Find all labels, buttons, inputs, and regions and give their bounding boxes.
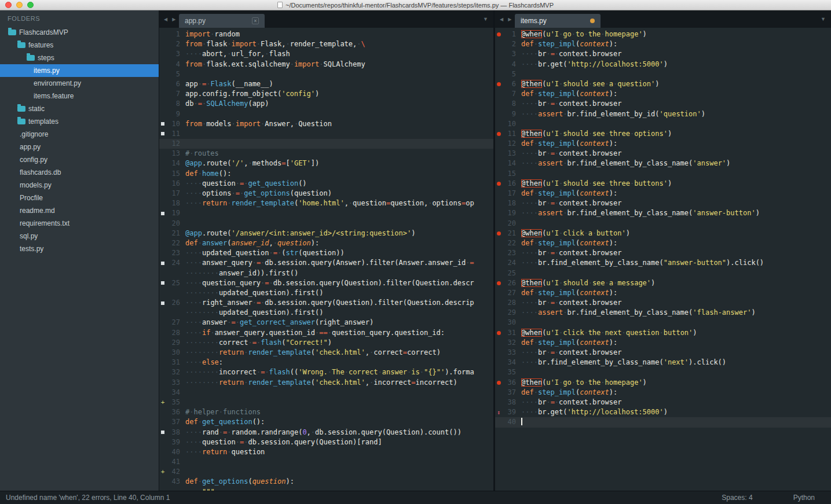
- code-line[interactable]: 13····br·=·context.browser: [495, 149, 831, 159]
- code-line[interactable]: 25: [495, 268, 831, 278]
- code-line[interactable]: 17def·step_impl(context):: [495, 189, 831, 198]
- code-line[interactable]: 8····br·=·context.browser: [495, 99, 831, 109]
- code-line[interactable]: 34: [159, 388, 493, 398]
- sidebar-folder-steps[interactable]: steps: [0, 51, 159, 64]
- code-line[interactable]: 14····assert·br.find_element_by_class_na…: [495, 159, 831, 168]
- code-line[interactable]: 1@when(u'I·go·to·the·homepage'): [495, 30, 831, 39]
- sidebar-file--gitignore[interactable]: .gitignore: [0, 128, 159, 141]
- sidebar-file-requirements-txt[interactable]: requirements.txt: [0, 217, 159, 230]
- code-line[interactable]: 41: [159, 457, 493, 467]
- code-line[interactable]: 26····right_answer·=·db.session.query(Qu…: [159, 298, 493, 308]
- code-line[interactable]: 18····return·render_template('home.html'…: [159, 198, 493, 208]
- code-line[interactable]: 14@app.route('/',·methods=['GET']): [159, 159, 493, 168]
- tab-next-icon[interactable]: ▶: [171, 16, 177, 23]
- code-line[interactable]: +42: [159, 467, 493, 477]
- sidebar-folder-FlashcardsMVP[interactable]: FlashcardsMVP: [0, 26, 159, 39]
- tab-app-py[interactable]: app.py ×: [179, 14, 265, 28]
- code-line[interactable]: 10from·models·import·Answer,·Question: [159, 119, 493, 129]
- code-line[interactable]: 43def·get_options(question):: [159, 477, 493, 487]
- sidebar-folder-templates[interactable]: templates: [0, 115, 159, 128]
- tab-list-dropdown-icon[interactable]: ▼: [821, 16, 826, 22]
- code-line[interactable]: 21@when(u'I·click·a·button'): [495, 229, 831, 238]
- code-line[interactable]: 21@app.route('/answer/<int:answer_id>/<s…: [159, 229, 493, 238]
- sidebar-file-environment-py[interactable]: environment.py: [0, 77, 159, 90]
- sidebar-file-tests-py[interactable]: tests.py: [0, 242, 159, 255]
- code-line[interactable]: 19····assert·br.find_element_by_class_na…: [495, 208, 831, 218]
- code-line[interactable]: 31····else:: [159, 358, 493, 367]
- sidebar-file-config-py[interactable]: config.py: [0, 153, 159, 166]
- code-line[interactable]: 38····br·=·context.browser: [495, 398, 831, 407]
- code-line[interactable]: 2def·step_impl(context):: [495, 39, 831, 49]
- code-line[interactable]: 31@when(u'I·click·the·next·question·butt…: [495, 328, 831, 338]
- code-line[interactable]: 34····br.find_element_by_class_name('nex…: [495, 358, 831, 367]
- tab-prev-icon[interactable]: ◀: [499, 16, 504, 23]
- code-line[interactable]: 16@then(u'I·should·see·three·buttons'): [495, 179, 831, 189]
- code-line[interactable]: ········answer_id)).first(): [159, 268, 493, 278]
- code-line[interactable]: 33········return·render_template('check.…: [159, 378, 493, 388]
- code-line[interactable]: 24····br.find_element_by_class_name("ans…: [495, 258, 831, 268]
- code-line[interactable]: 7app.config.from_object('config'): [159, 89, 493, 99]
- sidebar-file-readme-md[interactable]: readme.md: [0, 204, 159, 217]
- code-line[interactable]: 33····br·=·context.browser: [495, 348, 831, 358]
- sidebar-folder-static[interactable]: static: [0, 102, 159, 115]
- code-line[interactable]: 6app·=·Flask(__name__): [159, 79, 493, 89]
- code-line[interactable]: 19: [159, 208, 493, 218]
- minimize-window-button[interactable]: [16, 2, 23, 8]
- code-line[interactable]: 32········incorrect·=·flash(('Wrong.·The…: [159, 367, 493, 377]
- code-line[interactable]: 26@then(u'I·should·see·a·message'): [495, 278, 831, 288]
- zoom-window-button[interactable]: [27, 2, 34, 8]
- sidebar-folder-features[interactable]: features: [0, 39, 159, 51]
- code-line[interactable]: 27def·step_impl(context):: [495, 288, 831, 298]
- code-line[interactable]: 20: [159, 219, 493, 229]
- code-line[interactable]: 3····br·=·context.browser: [495, 49, 831, 59]
- code-line[interactable]: 12def·step_impl(context):: [495, 139, 831, 149]
- code-line[interactable]: 36@then(u'I·go·to·the·homepage'): [495, 378, 831, 388]
- sidebar-file-sql-py[interactable]: sql.py: [0, 230, 159, 242]
- code-line[interactable]: 4····br.get('http://localhost:5000'): [495, 60, 831, 69]
- code-line[interactable]: 24····answer_query·=·db.session.query(An…: [159, 258, 493, 268]
- code-line[interactable]: ↕39····br.get('http://localhost:5000'): [495, 407, 831, 417]
- code-line[interactable]: 25····question_query·=·db.session.query(…: [159, 278, 493, 288]
- sidebar-file-app-py[interactable]: app.py: [0, 141, 159, 153]
- code-line[interactable]: 36#·helper·functions: [159, 407, 493, 417]
- code-line[interactable]: 30········return·render_template('check.…: [159, 348, 493, 358]
- code-line[interactable]: ········updated_question).first(): [159, 288, 493, 298]
- code-line[interactable]: 28····br·=·context.browser: [495, 298, 831, 308]
- code-line[interactable]: 17····options·=·get_options(question): [159, 189, 493, 198]
- code-line[interactable]: 23····br·=·context.browser: [495, 248, 831, 258]
- code-line[interactable]: 35: [495, 367, 831, 377]
- code-line[interactable]: 4from·flask.ext.sqlalchemy·import·SQLAlc…: [159, 60, 493, 69]
- tab-list-dropdown-icon[interactable]: ▼: [483, 16, 488, 22]
- code-line[interactable]: 16····question·=·get_question(): [159, 179, 493, 189]
- close-window-button[interactable]: [5, 2, 12, 8]
- code-line[interactable]: 2from·flask·import·Flask,·render_templat…: [159, 39, 493, 49]
- code-line[interactable]: 10: [495, 119, 831, 129]
- code-line[interactable]: 15: [495, 169, 831, 179]
- code-line[interactable]: +35: [159, 398, 493, 407]
- code-line[interactable]: 6@then(u'I·should·see·a·question'): [495, 79, 831, 89]
- code-line[interactable]: 7def·step_impl(context):: [495, 89, 831, 99]
- code-line[interactable]: 5: [159, 69, 493, 79]
- code-line[interactable]: 9····assert·br.find_element_by_id('quest…: [495, 109, 831, 119]
- sidebar-file-flashcards-db[interactable]: flashcards.db: [0, 166, 159, 179]
- sidebar-file-models-py[interactable]: models.py: [0, 179, 159, 192]
- code-line[interactable]: 29········correct·=·flash("Correct!"): [159, 338, 493, 348]
- code-line[interactable]: 38····rand·=·random.randrange(0,·db.sess…: [159, 428, 493, 437]
- code-line[interactable]: 9: [159, 109, 493, 119]
- sidebar-file-items-feature[interactable]: items.feature: [0, 90, 159, 102]
- code-line[interactable]: 39····question·=·db.session.query(Questi…: [159, 437, 493, 447]
- syntax-status[interactable]: Python: [793, 494, 815, 502]
- code-line[interactable]: 22def·answer(answer_id,·question):: [159, 238, 493, 248]
- code-line[interactable]: 11: [159, 129, 493, 139]
- code-line[interactable]: 5: [495, 69, 831, 79]
- sidebar-file-items-py[interactable]: items.py: [0, 64, 159, 77]
- tab-close-icon[interactable]: ×: [252, 17, 259, 24]
- code-line[interactable]: 18····br·=·context.browser: [495, 198, 831, 208]
- code-line[interactable]: 13#·routes: [159, 149, 493, 159]
- code-line[interactable]: 12: [159, 139, 493, 149]
- code-line[interactable]: 29····assert·br.find_element_by_class_na…: [495, 308, 831, 318]
- code-line[interactable]: 27····answer·=·get_correct_answer(right_…: [159, 318, 493, 328]
- code-line[interactable]: 32def·step_impl(context):: [495, 338, 831, 348]
- code-line[interactable]: 8db·=·SQLAlchemy(app): [159, 99, 493, 109]
- code-line[interactable]: 22def·step_impl(context):: [495, 238, 831, 248]
